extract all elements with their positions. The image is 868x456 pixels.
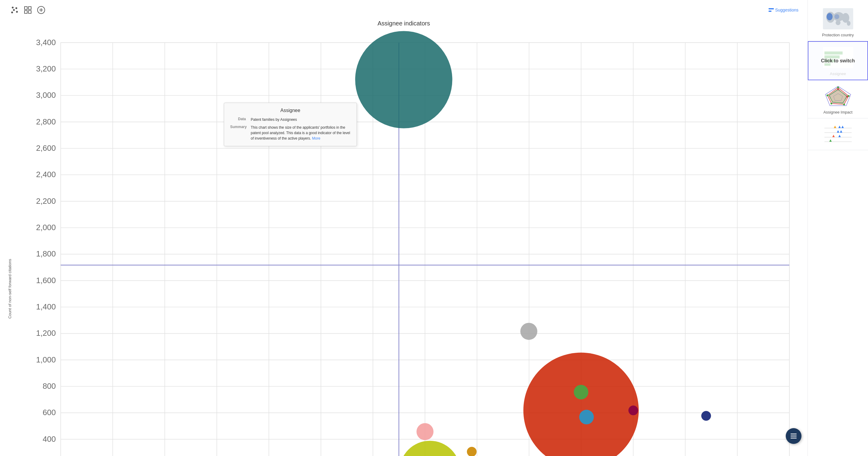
suggestions-link[interactable]: Suggestions	[769, 7, 799, 12]
svg-rect-12	[769, 8, 774, 9]
svg-marker-118	[840, 130, 842, 133]
svg-text:2,400: 2,400	[36, 170, 56, 179]
chart-svg-container: 3,400 3,200 3,000 2,800 2,600 2,400 2,20…	[12, 30, 802, 456]
svg-rect-123	[790, 436, 797, 437]
sidebar-card-timeline[interactable]	[808, 118, 868, 150]
svg-point-4	[12, 7, 13, 8]
tooltip-summary-label: Summary	[230, 125, 248, 141]
svg-marker-119	[832, 135, 835, 137]
svg-point-92	[834, 14, 839, 19]
svg-rect-13	[769, 10, 772, 12]
svg-text:2,800: 2,800	[36, 117, 56, 126]
svg-point-107	[827, 94, 828, 96]
svg-text:3,000: 3,000	[36, 90, 56, 99]
svg-text:1,000: 1,000	[36, 355, 56, 364]
click-to-switch-overlay[interactable]: Click to switch	[808, 42, 867, 80]
tooltip: Assignee Data Patent families by Assigne…	[224, 103, 357, 146]
svg-text:400: 400	[43, 434, 56, 444]
svg-point-91	[827, 13, 833, 20]
svg-text:1,400: 1,400	[36, 302, 56, 311]
svg-text:1,800: 1,800	[36, 249, 56, 258]
chart-svg: 3,400 3,200 3,000 2,800 2,600 2,400 2,20…	[12, 30, 802, 456]
grid-icon-button[interactable]	[22, 4, 33, 16]
svg-point-108	[837, 88, 839, 90]
tooltip-data-label: Data	[230, 117, 248, 122]
toolbar	[9, 4, 46, 16]
svg-text:2,200: 2,200	[36, 197, 56, 206]
chart-title: Assignee indicators	[6, 20, 802, 27]
scatter-icon-button[interactable]	[9, 4, 20, 16]
svg-text:2,000: 2,000	[36, 223, 56, 232]
protection-country-thumbnail	[823, 7, 853, 31]
svg-point-0	[11, 11, 13, 13]
bubble-google[interactable]	[701, 411, 711, 421]
chart-area: Count of non-self forward citations	[6, 30, 802, 456]
svg-point-103	[837, 87, 839, 88]
svg-text:3,400: 3,400	[36, 38, 56, 47]
add-icon-button[interactable]	[36, 4, 46, 16]
tooltip-title: Assignee	[230, 108, 350, 113]
svg-point-88	[836, 20, 840, 25]
svg-rect-7	[25, 10, 27, 13]
svg-marker-115	[838, 126, 841, 128]
floating-menu-button[interactable]	[786, 428, 802, 444]
sidebar-card-assignee-impact[interactable]: Assignee Impact	[808, 80, 868, 118]
svg-text:1,600: 1,600	[36, 276, 56, 285]
svg-text:3,200: 3,200	[36, 64, 56, 73]
tooltip-body: Data Patent families by Assignees Summar…	[230, 117, 350, 141]
main-content: Suggestions Assignee indicators Count of…	[0, 0, 807, 456]
y-axis-labels: 3,400 3,200 3,000 2,800 2,600 2,400 2,20…	[36, 38, 56, 456]
svg-marker-117	[837, 130, 839, 133]
bubble-microsoft[interactable]	[520, 323, 537, 340]
top-bar: Suggestions	[6, 3, 802, 17]
svg-text:1,200: 1,200	[36, 329, 56, 338]
svg-marker-120	[838, 135, 841, 137]
svg-point-3	[16, 11, 18, 13]
sidebar-card-protection-country[interactable]: Protection country	[808, 3, 868, 41]
svg-rect-6	[28, 7, 31, 9]
svg-rect-5	[25, 7, 27, 9]
svg-rect-124	[790, 438, 797, 439]
assignee-impact-thumbnail	[823, 84, 853, 108]
svg-rect-8	[28, 10, 31, 13]
sidebar-card-assignee[interactable]: Click to switch Assignee	[808, 41, 868, 80]
y-axis-label: Count of non-self forward citations	[6, 30, 12, 456]
bubble-lenovo[interactable]	[579, 410, 594, 424]
timeline-thumbnail	[823, 122, 853, 146]
svg-marker-121	[829, 139, 832, 142]
svg-point-106	[831, 103, 832, 105]
svg-point-105	[843, 104, 845, 105]
right-sidebar: Protection country Click to switch Assig…	[807, 0, 868, 456]
bubble-apple[interactable]	[355, 31, 452, 129]
tooltip-summary-value: This chart shows the size of the applica…	[251, 125, 350, 141]
svg-text:800: 800	[43, 381, 56, 391]
svg-marker-116	[841, 126, 844, 128]
chart-wrapper: 3,400 3,200 3,000 2,800 2,600 2,400 2,20…	[12, 30, 802, 456]
protection-country-label: Protection country	[822, 33, 854, 37]
svg-text:2,600: 2,600	[36, 144, 56, 152]
bubble-samsung[interactable]	[416, 423, 433, 440]
app: Suggestions Assignee indicators Count of…	[0, 0, 868, 456]
svg-rect-122	[790, 434, 797, 434]
tooltip-data-value: Patent families by Assignees	[251, 117, 350, 122]
svg-point-2	[16, 7, 17, 9]
svg-point-1	[13, 9, 15, 11]
tooltip-more-link[interactable]: More	[312, 136, 320, 141]
svg-point-90	[847, 21, 850, 26]
bubble-nokia[interactable]	[628, 405, 638, 415]
assignee-impact-label: Assignee Impact	[823, 110, 852, 114]
svg-text:600: 600	[43, 408, 56, 417]
svg-marker-114	[834, 126, 836, 128]
bubble-ibm[interactable]	[574, 385, 588, 399]
svg-point-109	[846, 96, 848, 97]
